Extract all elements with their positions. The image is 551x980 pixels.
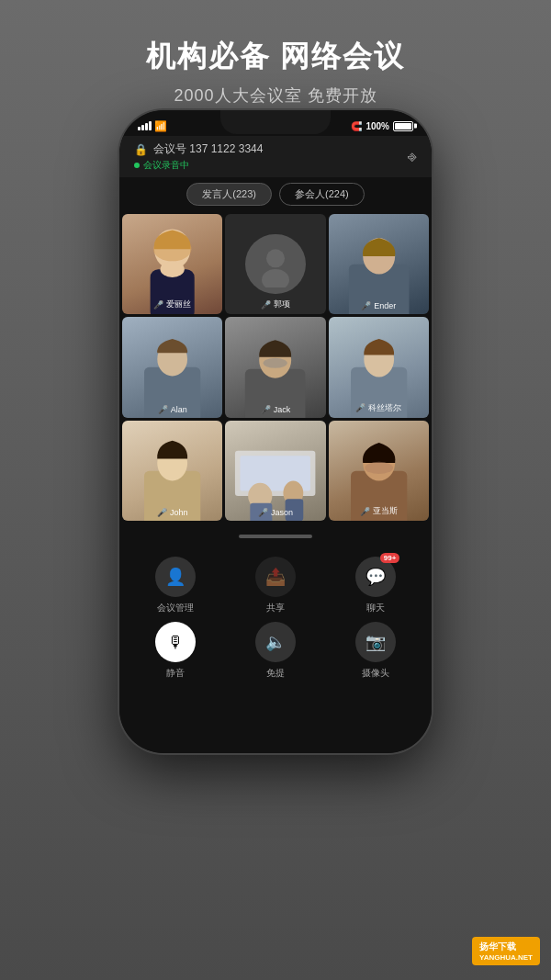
mute-label: 静音 <box>166 667 185 680</box>
action-camera[interactable]: 📷 摄像头 <box>330 622 422 680</box>
participant-name-3: 🎤 Alan <box>122 405 222 414</box>
home-indicator-separator <box>119 524 432 549</box>
share-icon-wrap[interactable]: 📤 <box>255 557 296 597</box>
svg-point-4 <box>266 249 285 267</box>
mic-icon-0: 🎤 <box>153 300 163 310</box>
chat-label: 聊天 <box>366 602 385 614</box>
meeting-id-text: 会议号 137 1122 3344 <box>153 141 263 157</box>
page-background: 机构必备 网络会议 2000人大会议室 免费开放 📶 <box>0 0 551 980</box>
mic-icon-8: 🎤 <box>360 507 370 516</box>
participant-cell-1[interactable]: 🎤 郭项 <box>225 214 325 314</box>
action-chat[interactable]: 💬 99+ 聊天 <box>330 557 422 614</box>
action-manage[interactable]: 👤 会议管理 <box>129 557 221 614</box>
mic-icon-3: 🎤 <box>158 405 168 414</box>
camera-icon: 📷 <box>365 632 386 652</box>
camera-label: 摄像头 <box>362 667 389 680</box>
participant-cell-4[interactable]: 🎤 Jack <box>225 317 325 417</box>
participant-name-0: 🎤 爱丽丝 <box>122 299 222 310</box>
battery-label: 100% <box>365 121 389 131</box>
page-title: 机构必备 网络会议 <box>0 37 551 77</box>
participant-name-2: 🎤 Ender <box>329 301 429 310</box>
watermark: 扬华下载 YANGHUA.NET <box>472 937 540 965</box>
manage-icon: 👤 <box>165 567 186 587</box>
tab-speakers[interactable]: 发言人(223) <box>186 183 272 206</box>
phone-screen: 📶 9:41 AM 🧲 100% 🔒 <box>119 110 432 753</box>
participant-name-6: 🎤 John <box>122 508 222 517</box>
video-grid: 🎤 爱丽丝 🎤 <box>119 211 432 524</box>
participant-name-7: 🎤 Jason <box>225 508 325 517</box>
page-subtitle: 2000人大会议室 免费开放 <box>0 84 551 107</box>
manage-icon-wrap[interactable]: 👤 <box>155 557 196 597</box>
avatar-placeholder-1 <box>245 234 306 295</box>
svg-point-12 <box>264 358 287 368</box>
participant-cell-6[interactable]: 🎤 John <box>122 421 222 521</box>
battery-icon <box>393 121 413 131</box>
mic-icon-4: 🎤 <box>261 405 271 414</box>
action-row-2: 🎙 静音 🔈 免提 📷 摄像头 <box>119 618 432 691</box>
participant-name-4: 🎤 Jack <box>225 405 325 414</box>
participant-cell-3[interactable]: 🎤 Alan <box>122 317 222 417</box>
manage-label: 会议管理 <box>157 602 194 614</box>
meeting-id-row: 🔒 会议号 137 1122 3344 <box>134 141 263 157</box>
recording-status: 会议录音中 <box>143 159 189 172</box>
mic-icon-7: 🎤 <box>258 508 268 517</box>
meeting-header: 🔒 会议号 137 1122 3344 会议录音中 ⎆ <box>119 136 432 177</box>
svg-point-3 <box>161 261 185 276</box>
svg-point-5 <box>262 269 289 287</box>
phone-notch <box>220 110 331 134</box>
speaker-icon: 🔈 <box>265 632 286 652</box>
mute-icon: 🎙 <box>167 633 184 652</box>
status-left: 📶 <box>138 120 167 132</box>
meeting-info: 🔒 会议号 137 1122 3344 会议录音中 <box>134 141 263 172</box>
meeting-status-row: 会议录音中 <box>134 159 263 172</box>
watermark-line1: 扬华下载 <box>479 941 516 952</box>
chat-icon: 💬 <box>365 567 386 587</box>
speaker-label: 免提 <box>266 667 285 680</box>
watermark-line2: YANGHUA.NET <box>479 953 533 962</box>
status-right: 🧲 100% <box>351 121 413 131</box>
wifi-icon: 📶 <box>154 120 167 132</box>
action-share[interactable]: 📤 共享 <box>229 557 321 614</box>
signal-icon <box>138 121 152 130</box>
mic-icon-1: 🎤 <box>261 300 271 310</box>
tab-row: 发言人(223) 参会人(224) <box>119 177 432 211</box>
participant-name-8: 🎤 亚当斯 <box>329 505 429 517</box>
lock-icon: 🔒 <box>134 143 148 156</box>
phone-mockup: 📶 9:41 AM 🧲 100% 🔒 <box>119 110 432 753</box>
participant-name-5: 🎤 科丝塔尔 <box>329 402 429 414</box>
chat-badge: 99+ <box>380 553 400 563</box>
exit-button[interactable]: ⎆ <box>408 149 417 165</box>
share-label: 共享 <box>266 602 285 614</box>
participant-cell-8[interactable]: 🎤 亚当斯 <box>329 421 429 521</box>
mic-icon-5: 🎤 <box>355 403 365 412</box>
recording-dot <box>134 163 140 168</box>
share-icon: 📤 <box>265 567 286 587</box>
mic-icon-2: 🎤 <box>361 301 371 310</box>
mute-icon-wrap[interactable]: 🎙 <box>155 622 196 662</box>
header-section: 机构必备 网络会议 2000人大会议室 免费开放 <box>0 0 551 107</box>
speaker-icon-wrap[interactable]: 🔈 <box>255 622 296 662</box>
camera-icon-wrap[interactable]: 📷 <box>355 622 396 662</box>
action-speaker[interactable]: 🔈 免提 <box>229 622 321 680</box>
phone-outer-frame: 📶 9:41 AM 🧲 100% 🔒 <box>119 110 432 753</box>
participant-name-1: 🎤 郭项 <box>225 299 325 310</box>
action-row-1: 👤 会议管理 📤 共享 💬 99+ <box>119 549 432 618</box>
home-bar <box>239 535 312 538</box>
tab-participants[interactable]: 参会人(224) <box>279 183 365 206</box>
action-mute[interactable]: 🎙 静音 <box>129 622 221 680</box>
participant-cell-2[interactable]: 🎤 Ender <box>329 214 429 314</box>
chat-icon-wrap[interactable]: 💬 99+ <box>355 557 396 597</box>
participant-cell-0[interactable]: 🎤 爱丽丝 <box>122 214 222 314</box>
mic-icon-6: 🎤 <box>157 508 167 517</box>
svg-point-25 <box>365 462 393 474</box>
bluetooth-icon: 🧲 <box>351 121 362 131</box>
participant-cell-7[interactable]: 🎤 Jason <box>225 421 325 521</box>
participant-cell-5[interactable]: 🎤 科丝塔尔 <box>329 317 429 417</box>
